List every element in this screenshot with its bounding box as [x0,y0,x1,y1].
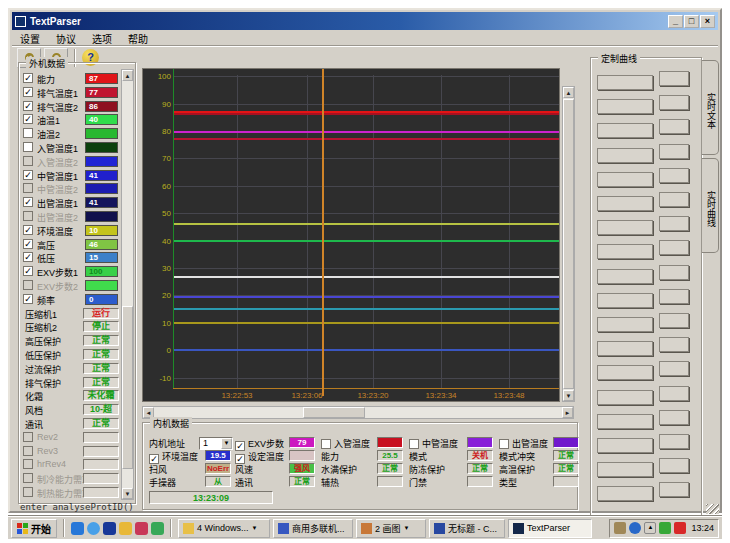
task-button-4[interactable]: TextParser [508,519,592,538]
checkbox[interactable]: ✓ [23,114,33,124]
quick-launch-globe-icon[interactable] [87,522,100,535]
custom-value-field[interactable] [659,168,689,183]
quick-launch-app-icon[interactable] [103,522,116,535]
custom-name-field[interactable] [597,365,653,380]
checkbox[interactable] [23,432,33,442]
chevron-down-icon[interactable]: ▼ [221,438,232,449]
checkbox[interactable]: ✓ [23,101,33,111]
restore-button[interactable]: □ [684,15,699,28]
checkbox[interactable]: ✓ [23,87,33,97]
scroll-thumb[interactable] [122,306,133,469]
custom-value-field[interactable] [659,361,689,376]
custom-value-field[interactable] [659,434,689,449]
scroll-down-button[interactable]: ▼ [122,488,133,499]
checkbox[interactable]: ✓ [23,73,33,83]
custom-value-field[interactable] [659,119,689,134]
start-button[interactable]: 开始 [11,519,57,538]
tray-download-icon[interactable] [674,522,686,534]
custom-value-field[interactable] [659,458,689,473]
checkbox[interactable] [23,280,33,290]
vscroll-down-button[interactable]: ▼ [563,390,574,401]
custom-name-field[interactable] [597,438,653,453]
custom-name-field[interactable] [597,172,653,187]
checkbox[interactable] [23,156,33,166]
chart-vscrollbar[interactable]: ▲ ▼ [562,86,575,402]
custom-value-field[interactable] [659,144,689,159]
checkbox[interactable] [23,487,33,497]
indoor-address-select[interactable]: 1▼ [199,437,233,450]
task-button-1[interactable]: 商用多联机... [273,519,353,538]
quick-launch-mail-icon[interactable] [135,522,148,535]
custom-name-field[interactable] [597,269,653,284]
custom-name-field[interactable] [597,486,653,501]
custom-name-field[interactable] [597,293,653,308]
resize-grip[interactable] [706,504,719,514]
checkbox[interactable] [23,446,33,456]
vscroll-thumb[interactable] [563,99,574,389]
custom-value-field[interactable] [659,95,689,110]
tray-status-icon[interactable] [659,522,671,534]
task-button-2[interactable]: 2 画图▼ [356,519,426,538]
custom-value-field[interactable] [659,386,689,401]
custom-name-field[interactable] [597,244,653,259]
hscroll-right-button[interactable]: ► [562,407,573,418]
custom-name-field[interactable] [597,123,653,138]
tray-arrow-icon[interactable]: ▲ [644,522,656,534]
scroll-up-button[interactable]: ▲ [122,70,133,81]
custom-value-field[interactable] [659,216,689,231]
checkbox[interactable]: ✓ [23,252,33,262]
custom-value-field[interactable] [659,482,689,497]
custom-value-field[interactable] [659,192,689,207]
quick-launch-browser-icon[interactable] [71,522,84,535]
custom-name-field[interactable] [597,390,653,405]
custom-name-field[interactable] [597,75,653,90]
vscroll-up-button[interactable]: ▲ [563,87,574,98]
outdoor-scrollbar[interactable]: ▲ ▼ [121,69,134,500]
hscroll-thumb[interactable] [303,407,365,418]
checkbox[interactable] [23,459,33,469]
tray-network-icon[interactable] [629,522,641,534]
checkbox[interactable]: ✓ [23,266,33,276]
checkbox[interactable] [321,439,331,449]
custom-name-field[interactable] [597,99,653,114]
menu-item-0[interactable]: 设置 [12,30,48,47]
custom-name-field[interactable] [597,462,653,477]
minimize-button[interactable]: _ [668,15,683,28]
checkbox[interactable]: ✓ [23,239,33,249]
custom-name-field[interactable] [597,220,653,235]
custom-name-field[interactable] [597,148,653,163]
custom-name-field[interactable] [597,414,653,429]
quick-launch-media-icon[interactable] [151,522,164,535]
custom-name-field[interactable] [597,341,653,356]
custom-value-field[interactable] [659,313,689,328]
custom-name-field[interactable] [597,196,653,211]
task-button-3[interactable]: 无标题 - C... [429,519,505,538]
checkbox[interactable] [499,439,509,449]
custom-name-field[interactable] [597,317,653,332]
menu-item-3[interactable]: 帮助 [120,30,156,47]
custom-value-field[interactable] [659,289,689,304]
tray-printer-icon[interactable] [614,522,626,534]
checkbox[interactable]: ✓ [23,225,33,235]
menu-item-1[interactable]: 协议 [48,30,84,47]
tab-realtime-curve[interactable]: 实时曲线 [702,158,719,253]
task-button-0[interactable]: 4 Windows...▼ [178,519,270,538]
close-button[interactable]: × [700,15,715,28]
checkbox[interactable] [23,142,33,152]
chart-hscrollbar[interactable]: ◄ ► [142,406,574,419]
custom-value-field[interactable] [659,265,689,280]
custom-value-field[interactable] [659,337,689,352]
menu-item-2[interactable]: 选项 [84,30,120,47]
checkbox[interactable] [23,183,33,193]
tab-realtime-text[interactable]: 实时文本 [702,60,719,155]
checkbox[interactable]: ✓ [23,294,33,304]
checkbox[interactable] [23,211,33,221]
checkbox[interactable] [23,473,33,483]
checkbox[interactable] [23,128,33,138]
custom-value-field[interactable] [659,240,689,255]
quick-launch-folder-icon[interactable] [119,522,132,535]
checkbox[interactable] [409,439,419,449]
checkbox[interactable]: ✓ [23,170,33,180]
checkbox[interactable]: ✓ [23,197,33,207]
custom-value-field[interactable] [659,71,689,86]
